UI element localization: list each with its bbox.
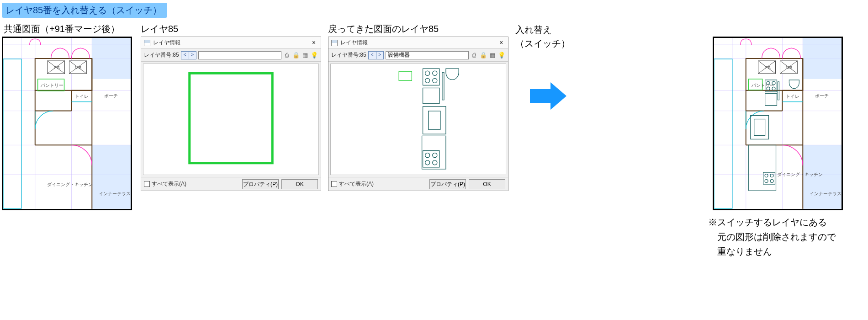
dialog-title: レイヤ情報 (153, 39, 309, 47)
svg-text:インナーテラス: インナーテラス (810, 191, 842, 196)
caption-layer85: レイヤ85 (141, 23, 178, 35)
step-prev[interactable]: < (369, 52, 376, 59)
label-toilet: トイレ (75, 94, 89, 99)
svg-point-79 (765, 174, 768, 177)
show-all-checkbox[interactable]: すべて表示(A) (144, 180, 186, 188)
svg-rect-78 (763, 172, 775, 184)
svg-rect-37 (423, 88, 439, 103)
group-icon[interactable]: ▦ (302, 52, 309, 59)
layer-stepper[interactable]: < > (181, 51, 196, 59)
close-button[interactable]: × (496, 38, 506, 48)
group-icon[interactable]: ▦ (489, 52, 496, 59)
svg-rect-31 (423, 69, 439, 85)
lock-icon[interactable]: 🔒 (292, 52, 300, 59)
svg-text:ダイニング・キッチン: ダイニング・キッチン (777, 172, 823, 177)
footnote: ※スイッチするレイヤにある 元の図形は削除されますので 重なりません (708, 215, 850, 259)
svg-rect-39 (429, 111, 440, 129)
lock-icon[interactable]: 🔒 (480, 52, 487, 59)
note-line: 元の図形は削除されますので (708, 229, 850, 244)
svg-rect-30 (399, 71, 412, 80)
dialog-app-icon (331, 40, 338, 46)
step-next[interactable]: > (376, 52, 383, 59)
caption-returned: 戻ってきた図面のレイヤ85 (328, 23, 439, 35)
ok-button[interactable]: OK (469, 179, 505, 189)
step-prev[interactable]: < (181, 52, 189, 59)
svg-rect-11 (92, 145, 131, 209)
svg-point-32 (425, 71, 430, 75)
printer-icon[interactable]: ⎙ (471, 52, 478, 59)
svg-rect-75 (765, 94, 777, 106)
lightbulb-icon[interactable]: 💡 (311, 52, 318, 59)
properties-button[interactable]: プロパティ(P) (429, 179, 466, 189)
svg-rect-29 (190, 73, 272, 163)
svg-rect-66 (714, 59, 732, 208)
label-pantry: パントリー (40, 83, 64, 88)
svg-point-43 (425, 160, 430, 165)
dialog-title: レイヤ情報 (340, 39, 496, 47)
layer-info-dialog-a: レイヤ情報 × レイヤ番号:85 < > ⎙ 🔒 ▦ 💡 (141, 37, 321, 191)
svg-marker-45 (530, 82, 566, 110)
layer-name-input[interactable] (198, 51, 281, 59)
label-porch: ポーチ (104, 93, 118, 98)
close-button[interactable]: × (309, 38, 319, 48)
svg-rect-56 (803, 38, 842, 79)
svg-point-41 (425, 153, 430, 158)
label-ps: PS (54, 65, 60, 70)
svg-rect-40 (423, 151, 439, 167)
svg-point-34 (425, 78, 430, 83)
layer-number-label: レイヤ番号:85 (144, 51, 179, 59)
svg-text:パントリー: パントリー (751, 83, 774, 88)
svg-rect-10 (92, 38, 131, 79)
show-all-checkbox[interactable]: すべて表示(A) (331, 180, 374, 188)
svg-rect-20 (3, 59, 21, 208)
properties-button[interactable]: プロパティ(P) (242, 179, 279, 189)
svg-point-80 (770, 174, 773, 177)
layer-stepper[interactable]: < > (368, 51, 384, 59)
svg-point-44 (433, 160, 437, 165)
layer-number-label: レイヤ番号:85 (331, 51, 366, 59)
svg-rect-77 (754, 119, 765, 136)
svg-text:MB: MB (785, 65, 792, 70)
note-line: 重なりません (708, 244, 850, 259)
section-title: レイヤ85番を入れ替える（スイッチ） (2, 3, 167, 18)
caption-switch: 入れ替え（スイッチ） (515, 23, 570, 50)
layer-preview-a (143, 64, 319, 175)
base-plan-thumbnail: PS MB パントリー トイレ ポーチ ダイニング・キッチン インナーテラス (2, 37, 132, 210)
ok-button[interactable]: OK (281, 179, 318, 189)
step-next[interactable]: > (189, 52, 196, 59)
caption-base-plan: 共通図面（+91番マージ後） (4, 23, 120, 35)
label-mb: MB (74, 65, 81, 70)
result-plan-thumbnail: PS MB パントリー トイレ ポーチ ダイニング・キッチン インナーテラス (713, 37, 843, 210)
svg-point-82 (770, 180, 773, 183)
svg-point-35 (433, 78, 437, 83)
svg-text:ポーチ: ポーチ (815, 93, 829, 98)
layer-name-input[interactable] (386, 51, 469, 59)
label-inner: インナーテラス (99, 191, 131, 196)
svg-point-81 (765, 180, 768, 183)
show-all-label: すべて表示(A) (339, 180, 374, 188)
svg-text:トイレ: トイレ (786, 94, 799, 99)
lightbulb-icon[interactable]: 💡 (498, 52, 505, 59)
svg-text:PS: PS (765, 65, 771, 70)
svg-rect-36 (442, 72, 444, 100)
show-all-label: すべて表示(A) (152, 180, 186, 188)
layer-info-dialog-b: レイヤ情報 × レイヤ番号:85 < > ⎙ 🔒 ▦ 💡 (328, 37, 508, 191)
note-line: ※スイッチするレイヤにある (708, 215, 850, 229)
svg-point-33 (433, 71, 437, 75)
dialog-app-icon (144, 40, 150, 46)
printer-icon[interactable]: ⎙ (283, 52, 291, 59)
svg-rect-38 (423, 107, 446, 134)
svg-point-42 (433, 153, 437, 158)
arrow-icon (530, 82, 566, 110)
layer-preview-b (330, 64, 506, 175)
label-dk: ダイニング・キッチン (47, 182, 93, 187)
